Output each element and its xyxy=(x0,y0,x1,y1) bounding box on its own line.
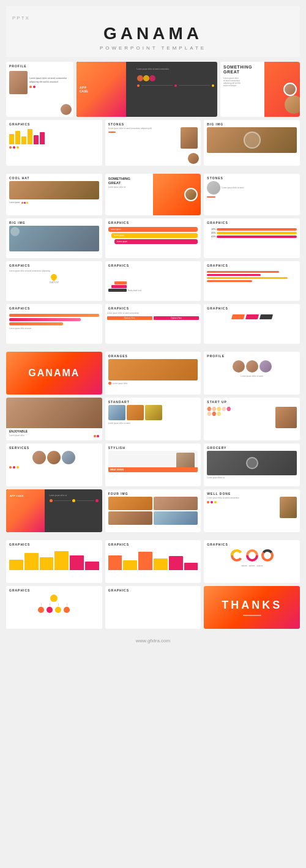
stones-label-sm: STONES xyxy=(204,174,300,181)
slide-graphics-org: GRAPHICS xyxy=(6,586,102,629)
slide-graphics-1: GRAPHICS xyxy=(6,120,102,166)
slide-oranges: ORANGES Lorem ipsum dolor xyxy=(105,352,201,395)
dot-p xyxy=(174,84,177,87)
graphics-donut2-label: GRAPHICS xyxy=(204,540,300,547)
slide-graphics-donut2: GRAPHICS options options o xyxy=(204,540,300,583)
startup-label: START UP xyxy=(204,398,300,405)
graphics-multibar-label: GRAPHICS xyxy=(105,586,201,593)
slide-graphics-multibar: GRAPHICS xyxy=(105,586,201,629)
slide-stones-1: STONES Lorem ipsum dolor sit amet consec… xyxy=(105,120,201,166)
profile-label: PROFILE xyxy=(6,62,73,69)
pct-12: 12% xyxy=(207,228,215,231)
pptx-label: PPTX xyxy=(6,15,300,21)
header: PPTX GANAMA POWERPOINT TEMPLATE xyxy=(6,6,300,57)
option-1: Options Here xyxy=(107,316,152,320)
slide-graphics-options: GRAPHICS Lorem ipsum dolor sit amet cons… xyxy=(105,304,201,344)
slide-thanks: THANKS xyxy=(204,586,300,629)
slide-big-img-1: BIG IMG xyxy=(204,120,300,166)
slide-services: SERVICES xyxy=(6,443,102,486)
slide-four-img: FOUR IMG xyxy=(105,489,201,532)
graphics-hbar-label: GRAPHICS xyxy=(204,261,300,269)
dot-o xyxy=(137,84,140,87)
graphics-bar2-label: GRAPHICS xyxy=(105,540,201,547)
graphics-pin-label: GRAPHICS xyxy=(6,261,102,269)
d2 xyxy=(13,146,15,149)
slide-profile-large: PROFILE Lorem ipsum dolor sit amet conse… xyxy=(6,62,73,117)
slide-graphics-bar2: GRAPHICS xyxy=(105,540,201,583)
separator-3 xyxy=(6,535,300,540)
slide-graphics-hbar: GRAPHICS xyxy=(204,261,300,301)
slide-cool-hat: COOL HAT Lorem ipsum xyxy=(6,174,102,215)
slide-enjoyable: ENJOYABLE Lorem ipsum dolor xyxy=(6,398,102,440)
slide-stylish: STYLISH GREAT DESIGN xyxy=(105,443,201,486)
d1 xyxy=(9,146,12,149)
thanks-text: THANKS xyxy=(222,599,282,612)
page-wrapper: PPTX GANAMA POWERPOINT TEMPLATE PROFILE … xyxy=(0,0,306,653)
enjoyable-label: ENJOYABLE xyxy=(6,428,102,434)
big-img-label-1: BIG IMG xyxy=(204,120,300,127)
dot-y xyxy=(212,84,214,87)
graphics-stair-label: GRAPHICS xyxy=(105,261,201,269)
great-design-label: GREAT DESIGN xyxy=(108,467,198,472)
something-great-text: SOMETHINGGREAT xyxy=(223,65,252,75)
graphics-bar1-label: GRAPHICS xyxy=(6,540,102,547)
slide-graphics-donut: GRAPHICS Lorem ipsum Lorem ipsum Lorem i… xyxy=(105,218,201,258)
pct-41: 41% xyxy=(207,236,215,238)
dot-pink-1 xyxy=(33,86,35,88)
graphics-label-1: GRAPHICS xyxy=(6,120,102,127)
separator-2 xyxy=(6,347,300,352)
slide-graphics-pin: GRAPHICS Lorem ipsum dolor sit amet cons… xyxy=(6,261,102,301)
cool-hat-label: COOL HAT xyxy=(6,174,102,181)
stones-label-1: STONES xyxy=(105,120,201,127)
slide-ganama-orange: GANAMA xyxy=(6,352,102,395)
graphics-options-label: GRAPHICS xyxy=(105,304,201,311)
stylish-label: STYLISH xyxy=(105,443,201,451)
slide-appcase-large: APP CASE Lorem ipsum dolor sit amet cons… xyxy=(76,62,217,117)
slide-big-img-2: BIG IMG xyxy=(6,218,102,258)
d3 xyxy=(17,146,19,149)
donut-chart-2 xyxy=(245,549,259,562)
graphics-donut-label: GRAPHICS xyxy=(105,218,201,226)
slide-grocery: GROCERY Lorem ipsum dolor sit xyxy=(204,443,300,486)
services-label: SERVICES xyxy=(6,443,102,451)
slide-well-done: WELL DONE Lorem ipsum dolor sit amet con… xyxy=(204,489,300,532)
ganama-main-title: GANAMA xyxy=(28,368,80,379)
graphics-diagonal-label: GRAPHICS xyxy=(204,304,300,311)
main-subtitle: POWERPOINT TEMPLATE xyxy=(6,45,300,51)
four-img-label: FOUR IMG xyxy=(105,489,201,497)
graphics-stacked-label: GRAPHICS xyxy=(6,304,102,311)
slide-graphics-diagonal: GRAPHICS xyxy=(204,304,300,344)
slide-graphics-stacked: GRAPHICS Lorem ipsum dolor sit amet xyxy=(6,304,102,344)
slide-profile-sm: PROFILE Lorem ipsum dolor sit amet xyxy=(204,352,300,395)
sg-sm-text: SOMETHINGGREAT xyxy=(108,177,198,185)
slide-startup: START UP xyxy=(204,398,300,440)
gfx-watermark: www.gfxtra.com xyxy=(6,635,300,647)
slide-standart: STANDART Lorem ipsum dolor sit amet xyxy=(105,398,201,440)
option-2: Options Here xyxy=(154,316,199,320)
big-img-label-2: BIG IMG xyxy=(6,218,102,226)
donut-chart-3 xyxy=(261,549,274,562)
dot-orange-1 xyxy=(29,86,32,88)
slide-something-great-large: SOMETHINGGREAT Lorem ipsum dolorsit amet… xyxy=(220,62,300,117)
slide-appcase-sm: APP CASE Lorem ipsum dolor sit xyxy=(6,489,102,532)
well-done-label: WELL DONE xyxy=(204,489,300,497)
pct-25: 25% xyxy=(207,232,215,234)
oranges-label: ORANGES xyxy=(105,352,201,359)
graphics-pct-label: GRAPHICS xyxy=(204,218,300,226)
main-title: GANAMA xyxy=(6,24,300,43)
donut-chart-1 xyxy=(230,549,244,562)
separator-1 xyxy=(6,169,300,174)
slide-graphics-bar1: GRAPHICS xyxy=(6,540,102,583)
profile-label-sm: PROFILE xyxy=(204,352,300,359)
slide-graphics-pct: GRAPHICS 12% 25% 41% xyxy=(204,218,300,258)
standart-label: STANDART xyxy=(105,398,201,405)
slide-stones-sm: STONES Lorem ipsum dolor sit amet xyxy=(204,174,300,215)
grocery-label: GROCERY xyxy=(204,443,300,451)
graphics-org-label: GRAPHICS xyxy=(6,586,102,593)
slide-graphics-stair: GRAPHICS Books stack icon xyxy=(105,261,201,301)
slide-something-great-sm: SOMETHINGGREAT Lorem ipsum dolor sit xyxy=(105,174,201,215)
